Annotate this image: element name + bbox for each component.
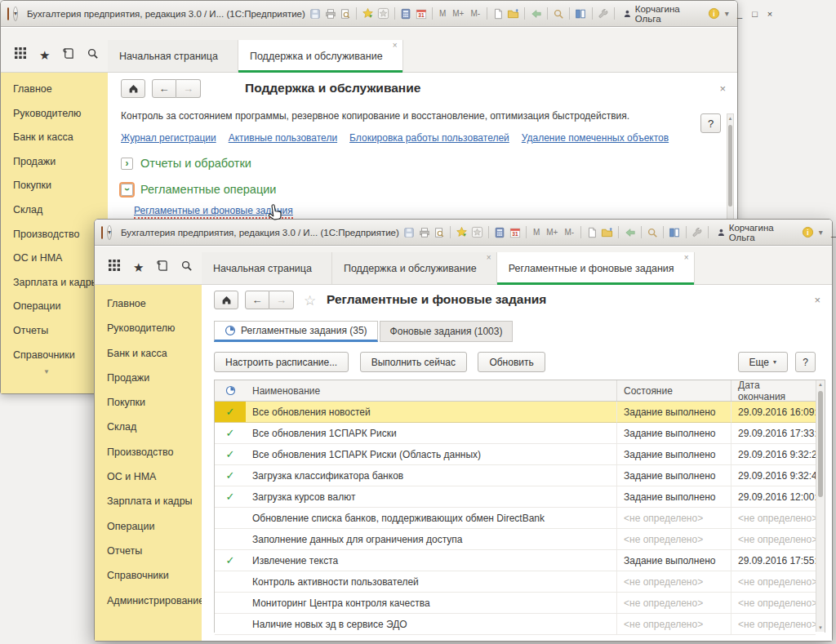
back-button[interactable]: ← (152, 79, 176, 98)
sidebar-item-bank-cash[interactable]: Банк и касса (95, 341, 202, 366)
calendar-icon[interactable]: 31 (509, 226, 521, 239)
menu-grid-icon[interactable] (108, 259, 121, 275)
main-menu-button[interactable]: ▾ (13, 7, 18, 21)
add-favorite-icon[interactable] (456, 226, 468, 239)
tab-scheduled-background-jobs[interactable]: Регламентные и фоновые задания × (497, 252, 695, 284)
search-icon[interactable] (180, 260, 193, 275)
expand-icon[interactable]: › (121, 158, 133, 170)
close-page-icon[interactable]: × (719, 82, 726, 95)
section-label[interactable]: Отчеты и обработки (140, 157, 251, 170)
sidebar-item-operations[interactable]: Операции (1, 295, 108, 319)
sidebar-item-salary-hr[interactable]: Зарплата и кадры (95, 489, 202, 513)
link-active-users[interactable]: Активные пользователи (229, 132, 337, 144)
table-row[interactable]: Обновление списка банков, поддерживающих… (215, 508, 825, 529)
back-history-icon[interactable] (624, 226, 635, 239)
table-row[interactable]: ✓ Загрузка классификатора банков Задание… (215, 465, 825, 486)
menu-grid-icon[interactable] (14, 47, 27, 63)
current-user[interactable]: Корчагина Ольга (714, 223, 798, 242)
history-icon[interactable] (156, 260, 168, 275)
table-row[interactable]: ✓ Извлечение текста Задание выполнено 29… (215, 550, 825, 571)
main-menu-button[interactable]: ▾ (107, 225, 112, 240)
section-label[interactable]: Регламентные операции (140, 183, 276, 196)
scroll-up-icon[interactable]: ▲ (816, 382, 825, 387)
sidebar-item-purchases[interactable]: Покупки (1, 174, 108, 198)
table-row[interactable]: Мониторинг Центра контроля качества <не … (215, 593, 825, 614)
split-view-icon[interactable] (575, 7, 586, 20)
add-favorite-icon[interactable] (362, 7, 374, 20)
table-row[interactable]: ✓ Загрузка курсов валют Задание выполнен… (215, 486, 825, 508)
sidebar-item-directories[interactable]: Справочники (95, 563, 202, 588)
home-button[interactable] (214, 291, 238, 309)
configure-schedule-button[interactable]: Настроить расписание... (214, 352, 349, 372)
settings-wrench-icon[interactable] (598, 7, 609, 20)
memory-m-button[interactable]: M (438, 9, 447, 18)
state-column-header[interactable]: Состояние (616, 380, 731, 401)
calendar-icon[interactable]: 31 (416, 7, 427, 20)
home-button[interactable] (121, 79, 145, 98)
table-row[interactable]: Контроль активности пользователей <не оп… (215, 571, 825, 593)
calculator-icon[interactable] (494, 226, 505, 239)
refresh-button[interactable]: Обновить (478, 352, 545, 372)
name-column-header[interactable]: Наименование (246, 380, 616, 401)
table-row[interactable]: ✓ Все обновления новостей Задание выполн… (215, 402, 825, 423)
sidebar-item-manager[interactable]: Руководителю (1, 102, 108, 127)
chevron-down-icon[interactable]: ▾ (817, 228, 825, 237)
memory-m-plus-button[interactable]: M+ (451, 9, 465, 18)
forward-button[interactable]: → (269, 291, 294, 309)
sidebar-item-manager[interactable]: Руководителю (95, 316, 202, 340)
sidebar-item-reports[interactable]: Отчеты (1, 319, 108, 344)
sidebar-item-sales[interactable]: Продажи (1, 150, 108, 175)
subtab-scheduled-jobs[interactable]: Регламентные задания (35) (214, 321, 378, 342)
table-scrollbar[interactable]: ▲ ▼ (816, 380, 825, 632)
more-button[interactable]: Еще ▾ (738, 352, 788, 372)
chevron-down-icon[interactable]: ▾ (723, 9, 731, 18)
subtab-background-jobs[interactable]: Фоновые задания (1003) (380, 321, 514, 342)
sidebar-item-main[interactable]: Главное (95, 291, 202, 316)
link-user-lock[interactable]: Блокировка работы пользователей (349, 132, 509, 144)
scroll-thumb[interactable] (818, 391, 823, 497)
new-document-icon[interactable] (586, 226, 598, 239)
sidebar-item-directories[interactable]: Справочники (1, 344, 108, 368)
calculator-icon[interactable] (400, 7, 411, 20)
favorite-star-icon[interactable]: ☆ (304, 292, 316, 309)
history-icon[interactable] (62, 47, 74, 63)
favorites-icon[interactable] (377, 7, 389, 20)
sidebar-item-reports[interactable]: Отчеты (95, 539, 202, 563)
info-icon[interactable]: i (802, 226, 814, 239)
collapse-icon[interactable]: › (121, 184, 133, 196)
settings-wrench-icon[interactable] (691, 226, 703, 239)
close-page-icon[interactable]: × (814, 294, 820, 306)
sidebar-item-purchases[interactable]: Покупки (95, 390, 202, 415)
new-document-icon[interactable] (492, 7, 504, 20)
sidebar-item-main[interactable]: Главное (1, 78, 108, 102)
open-icon[interactable] (507, 7, 519, 20)
sidebar-more-icon[interactable]: ▼ (43, 368, 50, 375)
info-icon[interactable]: i (708, 7, 720, 20)
tab-support-maintenance[interactable]: Поддержка и обслуживание × (238, 40, 403, 72)
minimize-button[interactable]: _ (828, 228, 836, 238)
save-icon[interactable] (309, 7, 321, 20)
memory-m-minus-button[interactable]: M- (563, 228, 576, 237)
scroll-down-icon[interactable]: ▼ (816, 625, 825, 630)
close-icon[interactable]: × (393, 42, 398, 50)
sidebar-item-sales[interactable]: Продажи (95, 366, 202, 390)
favorites-icon[interactable]: ★ (39, 49, 50, 61)
print-preview-icon[interactable] (434, 226, 445, 239)
sidebar-item-production[interactable]: Производство (95, 440, 202, 464)
run-now-button[interactable]: Выполнить сейчас (360, 352, 467, 372)
sidebar-item-production[interactable]: Производство (1, 223, 108, 247)
table-row[interactable]: Наличие новых эд в сервисе ЭДО <не опред… (215, 614, 825, 635)
scroll-up-icon[interactable]: ▲ (727, 116, 733, 121)
sidebar-item-fixed-assets[interactable]: ОС и НМА (95, 464, 202, 489)
sidebar-item-bank-cash[interactable]: Банк и касса (1, 126, 108, 150)
search-icon[interactable] (647, 226, 658, 239)
open-icon[interactable] (601, 226, 613, 239)
back-button[interactable]: ← (245, 291, 269, 309)
memory-m-plus-button[interactable]: M+ (545, 228, 559, 237)
favorites-icon[interactable]: ★ (133, 261, 144, 273)
print-preview-icon[interactable] (340, 7, 351, 20)
search-icon[interactable] (553, 7, 564, 20)
back-history-icon[interactable] (530, 7, 541, 20)
print-icon[interactable] (324, 7, 336, 20)
save-icon[interactable] (403, 226, 415, 239)
